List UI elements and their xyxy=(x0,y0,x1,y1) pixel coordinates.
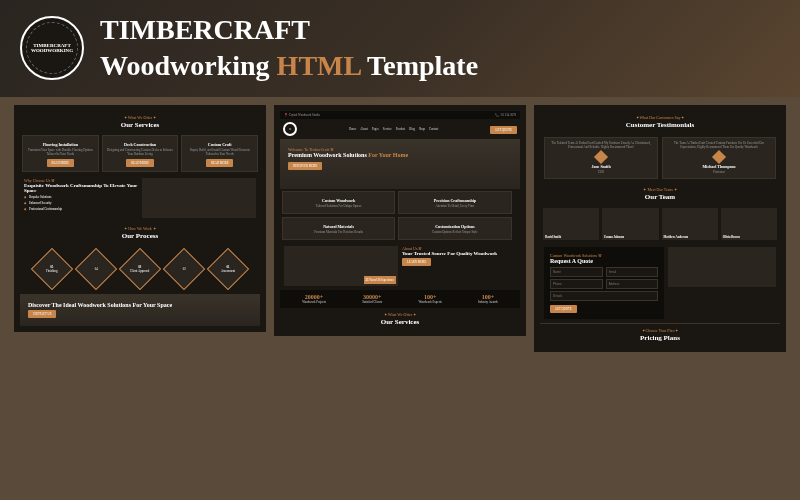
phone-field[interactable] xyxy=(550,279,603,289)
pricing-tag: ✦ Choose Your Plan ✦ xyxy=(544,328,776,333)
quote-title: Request A Quote xyxy=(550,258,658,264)
service-item: Flooring InstallationTransform Your Spac… xyxy=(22,135,99,172)
name-field[interactable] xyxy=(550,267,603,277)
services-card: ✦ What We Offer ✦Our Services Flooring I… xyxy=(14,105,266,332)
preview-col-3: ✦ What Our Customers Say ✦Customer Testi… xyxy=(534,105,786,353)
quote-image xyxy=(668,247,776,287)
address-field[interactable] xyxy=(606,279,659,289)
feature-box: Precision CraftsmanshipAttention To Deta… xyxy=(398,191,511,214)
about-image: 25 Years Of Experience xyxy=(284,246,398,286)
testimonial-item: The Team At TimberCraft Created Custom F… xyxy=(662,137,776,180)
read-more-button[interactable]: READ MORE xyxy=(206,159,234,167)
process-step: 04 xyxy=(75,247,117,289)
why-image xyxy=(142,178,256,218)
process-step: 02 xyxy=(163,247,205,289)
team-member: Matthew Anderson xyxy=(662,208,718,240)
team-member: Olivia Brown xyxy=(721,208,777,240)
diamond-icon: ◆ xyxy=(24,207,26,211)
services2-title: Our Services xyxy=(284,318,516,326)
stats-bar: 20000+Woodwork Projects 30000+Satisfied … xyxy=(280,290,520,308)
quote-form: Custom Woodwork Solutions ⚒ Request A Qu… xyxy=(544,247,664,319)
service-item: Custom CraftRepair, Build, and Install C… xyxy=(181,135,258,172)
services2-tag: ✦ What We Offer ✦ xyxy=(284,312,516,317)
team-member: Emma Johnson xyxy=(602,208,658,240)
team-title: Our Team xyxy=(544,193,776,201)
email-field[interactable] xyxy=(606,267,659,277)
testimonial-item: The Talented Team At TimberCraft Crafted… xyxy=(544,137,658,180)
feature-box: Custom WoodworkTailored Solutions For Un… xyxy=(282,191,395,214)
brand-logo: TIMBERCRAFT WOODWORKING xyxy=(20,16,84,80)
services-title: Our Services xyxy=(24,121,256,129)
navbar: HomeAboutPagesServiceProductBlogShopCont… xyxy=(280,119,520,139)
feature-box: Natural MaterialsPremium Materials For F… xyxy=(282,217,395,240)
submit-quote-button[interactable]: GET QUOTE xyxy=(550,305,577,313)
banner-line1: TIMBERCRAFT xyxy=(100,12,478,48)
preview-row: ✦ What We Offer ✦Our Services Flooring I… xyxy=(0,97,800,361)
banner-heading: TIMBERCRAFT Woodworking HTML Template xyxy=(100,12,478,85)
details-field[interactable] xyxy=(550,291,658,301)
process-step: 03Client Approval xyxy=(119,247,161,289)
process-step: 01Assessment xyxy=(207,247,249,289)
read-more-button[interactable]: READ MORE xyxy=(47,159,75,167)
topbar: 📍 Crystal Woodwork Studio📞 +01 234 5678 xyxy=(280,111,520,119)
team-tag: ✦ Meet Our Team ✦ xyxy=(544,187,776,192)
banner-line2: Woodworking HTML Template xyxy=(100,48,478,84)
feature-label: Bespoke Solutions xyxy=(29,195,51,199)
testimonials-tag: ✦ What Our Customers Say ✦ xyxy=(544,115,776,120)
services-tag: ✦ What We Offer ✦ xyxy=(24,115,256,120)
testimonials-title: Customer Testimonials xyxy=(544,121,776,129)
diamond-icon: ◆ xyxy=(24,195,26,199)
process-title: Our Process xyxy=(24,232,256,240)
nav-logo xyxy=(283,122,297,136)
contact-button[interactable]: CONTACT US xyxy=(28,310,56,318)
why-title: Exquisite Woodwork Craftsmanship To Elev… xyxy=(24,183,138,193)
learn-more-button[interactable]: LEARN MORE xyxy=(402,258,431,266)
pricing-title: Pricing Plans xyxy=(544,334,776,342)
preview-col-2: 📍 Crystal Woodwork Studio📞 +01 234 5678 … xyxy=(274,105,526,353)
nav-links[interactable]: HomeAboutPagesServiceProductBlogShopCont… xyxy=(349,127,439,131)
avatar-icon xyxy=(712,149,726,163)
preview-col-1: ✦ What We Offer ✦Our Services Flooring I… xyxy=(14,105,266,353)
hero-title: Premium Woodwork Solutions For Your Home xyxy=(288,152,512,160)
discover-button[interactable]: DISCOVER MORE xyxy=(288,162,322,170)
feature-label: Enhanced Security xyxy=(29,201,52,205)
banner: TIMBERCRAFT WOODWORKING TIMBERCRAFT Wood… xyxy=(0,0,800,97)
discover-title: Discover The Ideal Woodwork Solutions Fo… xyxy=(28,302,252,308)
hero-section: Welcome To TimberCraft ⚒ Premium Woodwor… xyxy=(280,139,520,189)
feature-box: Customization OptionsCustom Options Refl… xyxy=(398,217,511,240)
team-member: David Smith xyxy=(543,208,599,240)
testimonials-card: ✦ What Our Customers Say ✦Customer Testi… xyxy=(534,105,786,353)
get-quote-button[interactable]: GET QUOTE xyxy=(490,126,517,134)
about-title: Your Trusted Source For Quality Woodwork xyxy=(402,251,516,256)
homepage-card: 📍 Crystal Woodwork Studio📞 +01 234 5678 … xyxy=(274,105,526,336)
read-more-button[interactable]: READ MORE xyxy=(126,159,154,167)
logo-subtitle: WOODWORKING xyxy=(31,48,73,53)
process-tag: ✦ How We Work ✦ xyxy=(24,226,256,231)
feature-label: Professional Craftsmanship xyxy=(29,207,62,211)
process-step: 05Finishing xyxy=(31,247,73,289)
diamond-icon: ◆ xyxy=(24,201,26,205)
avatar-icon xyxy=(594,149,608,163)
service-item: Deck ConstructionDesigning and Construct… xyxy=(102,135,179,172)
